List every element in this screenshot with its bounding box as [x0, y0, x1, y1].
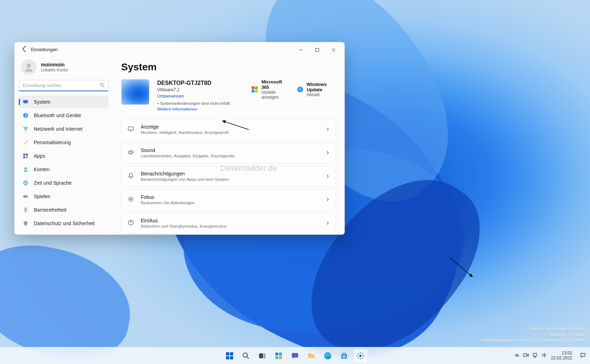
avatar-icon: [21, 59, 37, 75]
volume-tray-icon[interactable]: [542, 352, 547, 359]
update-icon: [297, 86, 303, 93]
widgets-button[interactable]: [272, 349, 286, 363]
taskbar: 13:02 22.02.2022: [0, 347, 590, 364]
clock[interactable]: 13:02 22.02.2022: [551, 351, 572, 361]
nav: System Bluetooth und Geräte Netzwerk und…: [19, 96, 108, 234]
pc-thumbnail: [121, 79, 149, 105]
svg-rect-41: [308, 354, 311, 355]
settings-window: Einstellungen moinmoin Lokales Konto: [14, 42, 345, 235]
content[interactable]: System DESKTOP-GTJ2T8D VMware7,1 Umbenen…: [113, 57, 344, 234]
svg-point-6: [25, 130, 26, 131]
svg-rect-43: [343, 355, 344, 357]
wifi-icon: [22, 126, 29, 132]
taskbar-right: 13:02 22.02.2022: [510, 347, 588, 364]
search-button[interactable]: [239, 349, 253, 363]
svg-rect-34: [259, 353, 263, 358]
svg-rect-29: [226, 352, 229, 355]
nav-label: Zeit und Sprache: [34, 180, 72, 186]
nav-label: Spielen: [34, 194, 50, 199]
nav-network[interactable]: Netzwerk und Internet: [19, 123, 108, 135]
nav-accounts[interactable]: Konten: [19, 163, 108, 176]
svg-rect-44: [344, 355, 345, 357]
network-tray-icon[interactable]: [532, 352, 538, 359]
taskview-button[interactable]: [255, 349, 269, 363]
svg-point-33: [243, 353, 247, 357]
nav-system[interactable]: System: [19, 96, 108, 108]
row-focus[interactable]: FokusReduzieren Sie Ablenkungen: [121, 190, 336, 210]
chevron-right-icon: [326, 173, 330, 180]
svg-point-14: [26, 196, 27, 197]
notifications-button[interactable]: [578, 352, 588, 359]
row-display[interactable]: AnzeigeMonitore, Helligkeit, Nachtmodus,…: [121, 119, 336, 140]
settings-taskbar-button[interactable]: [353, 349, 368, 363]
maximize-button[interactable]: [309, 42, 325, 57]
svg-rect-3: [23, 100, 28, 103]
refresh-icon: [22, 234, 29, 234]
nav-time-language[interactable]: Zeit und Sprache: [19, 176, 108, 189]
svg-rect-32: [230, 356, 233, 359]
svg-rect-23: [128, 127, 134, 130]
store-button[interactable]: [337, 349, 351, 363]
user-block[interactable]: moinmoin Lokales Konto: [19, 59, 108, 80]
onedrive-icon[interactable]: [514, 352, 520, 359]
nav-bluetooth[interactable]: Bluetooth und Geräte: [19, 109, 108, 122]
svg-rect-9: [23, 156, 25, 158]
meet-now-icon[interactable]: [523, 352, 529, 359]
svg-point-1: [27, 64, 31, 68]
svg-point-25: [130, 199, 132, 200]
nav-apps[interactable]: Apps: [19, 150, 108, 162]
edge-button[interactable]: [321, 349, 335, 363]
windows-update-card[interactable]: Windows UpdateAktuell: [297, 82, 336, 97]
ms365-card[interactable]: Microsoft 365Vorteile anzeigen: [252, 79, 287, 100]
minimize-button[interactable]: [293, 42, 309, 57]
user-name: moinmoin: [41, 62, 68, 67]
page-title: System: [121, 61, 336, 73]
search-input[interactable]: [19, 80, 108, 91]
accessibility-icon: [22, 207, 29, 213]
desktop-watermark: System requirements not met Windows 11 H…: [479, 326, 585, 343]
monitor-icon: [22, 99, 29, 105]
settings-rows: AnzeigeMonitore, Helligkeit, Nachtmodus,…: [121, 119, 336, 234]
start-button[interactable]: [222, 349, 237, 363]
svg-point-2: [101, 83, 103, 86]
svg-rect-37: [279, 353, 282, 355]
svg-rect-45: [343, 357, 344, 358]
nav-label: Barrierefreiheit: [34, 207, 66, 213]
svg-rect-30: [230, 352, 233, 355]
nav-gaming[interactable]: Spielen: [19, 190, 108, 203]
row-notifications[interactable]: BenachrichtigungenBenachrichtigungen von…: [121, 166, 336, 187]
svg-rect-0: [316, 48, 319, 51]
svg-rect-18: [252, 86, 254, 89]
nav-personalization[interactable]: Personalisierung: [19, 136, 108, 149]
svg-rect-38: [275, 356, 278, 359]
nav-privacy[interactable]: Datenschutz und Sicherheit: [19, 217, 108, 230]
svg-rect-36: [275, 353, 278, 355]
nav-label: System: [34, 99, 50, 105]
system-requirements-warning: •Systemanforderungen sind nicht erfüllt.…: [157, 100, 244, 112]
pc-name: DESKTOP-GTJ2T8D: [157, 79, 244, 87]
brush-icon: [22, 139, 29, 146]
focus-icon: [127, 196, 134, 204]
chevron-right-icon: [326, 126, 330, 133]
nav-label: Konten: [34, 167, 49, 172]
nav-windows-update[interactable]: Windows Update: [19, 230, 108, 234]
chat-button[interactable]: [288, 349, 302, 363]
power-icon: [127, 219, 134, 228]
search-icon: [100, 82, 105, 89]
person-icon: [22, 166, 29, 173]
row-power[interactable]: Ein/AusBildschirm und Standbymodus, Ener…: [121, 213, 336, 234]
svg-rect-49: [533, 353, 537, 356]
nav-accessibility[interactable]: Barrierefreiheit: [19, 203, 108, 216]
taskbar-center: [222, 349, 368, 363]
search-wrap: [19, 80, 108, 96]
nav-label: Apps: [34, 153, 45, 159]
row-sound[interactable]: SoundLautstärkestufen, Ausgabe, Eingabe,…: [121, 143, 336, 163]
more-info-link[interactable]: Weitere Informationen: [157, 107, 197, 111]
svg-point-15: [27, 197, 28, 197]
svg-rect-13: [23, 195, 28, 198]
rename-link[interactable]: Umbenennen: [157, 93, 244, 100]
nav-label: Bluetooth und Geräte: [34, 113, 81, 118]
close-button[interactable]: [325, 42, 342, 57]
back-button[interactable]: [20, 44, 30, 55]
explorer-button[interactable]: [304, 349, 318, 363]
